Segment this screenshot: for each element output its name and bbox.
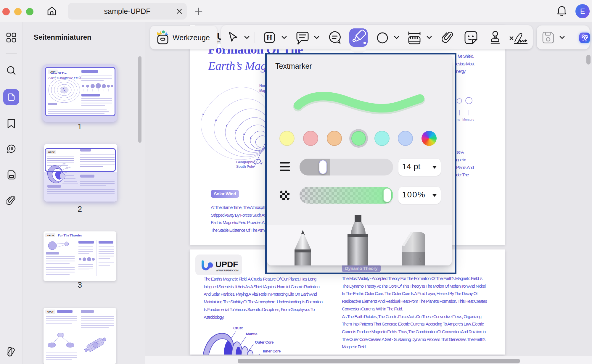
svg-text:Earth's Magnetic Field: Earth's Magnetic Field (48, 76, 81, 80)
svg-text:South Pole: South Pole (236, 165, 254, 169)
svg-text:Inner Core: Inner Core (263, 349, 281, 353)
svg-text:...ation Of The: ...ation Of The (48, 72, 67, 75)
svg-text:UPDF: UPDF (47, 234, 54, 237)
svg-text:H: H (266, 34, 272, 42)
svg-text:Crust: Crust (233, 326, 243, 330)
svg-text:For The Theories: For The Theories (58, 233, 82, 237)
svg-text:Geographic: Geographic (236, 160, 255, 164)
svg-text:Outer Core: Outer Core (255, 340, 274, 344)
svg-text:Mercury: Mercury (462, 118, 474, 121)
svg-text:UPDF: UPDF (47, 310, 54, 313)
svg-text:Mantle: Mantle (246, 332, 257, 336)
svg-text:ne: ne (457, 118, 460, 121)
